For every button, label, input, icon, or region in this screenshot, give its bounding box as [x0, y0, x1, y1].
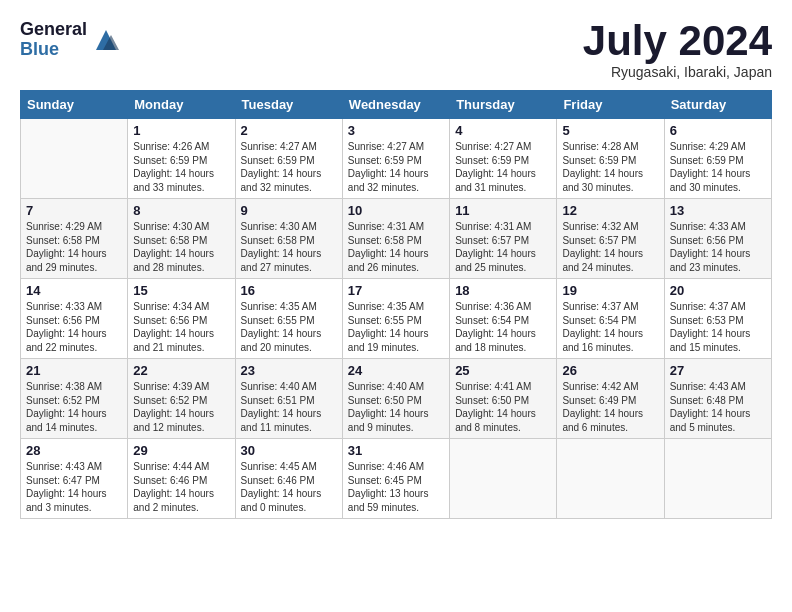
calendar-day-cell: 14Sunrise: 4:33 AM Sunset: 6:56 PM Dayli…	[21, 279, 128, 359]
day-number: 5	[562, 123, 658, 138]
day-number: 10	[348, 203, 444, 218]
day-info: Sunrise: 4:38 AM Sunset: 6:52 PM Dayligh…	[26, 380, 122, 434]
title-block: July 2024 Ryugasaki, Ibaraki, Japan	[583, 20, 772, 80]
calendar-day-cell: 23Sunrise: 4:40 AM Sunset: 6:51 PM Dayli…	[235, 359, 342, 439]
weekday-header: Monday	[128, 91, 235, 119]
day-number: 1	[133, 123, 229, 138]
day-info: Sunrise: 4:35 AM Sunset: 6:55 PM Dayligh…	[241, 300, 337, 354]
calendar-day-cell: 25Sunrise: 4:41 AM Sunset: 6:50 PM Dayli…	[450, 359, 557, 439]
calendar-day-cell: 13Sunrise: 4:33 AM Sunset: 6:56 PM Dayli…	[664, 199, 771, 279]
calendar-day-cell: 30Sunrise: 4:45 AM Sunset: 6:46 PM Dayli…	[235, 439, 342, 519]
day-info: Sunrise: 4:29 AM Sunset: 6:59 PM Dayligh…	[670, 140, 766, 194]
calendar-day-cell: 6Sunrise: 4:29 AM Sunset: 6:59 PM Daylig…	[664, 119, 771, 199]
day-number: 16	[241, 283, 337, 298]
location: Ryugasaki, Ibaraki, Japan	[583, 64, 772, 80]
day-info: Sunrise: 4:42 AM Sunset: 6:49 PM Dayligh…	[562, 380, 658, 434]
day-number: 6	[670, 123, 766, 138]
day-info: Sunrise: 4:43 AM Sunset: 6:47 PM Dayligh…	[26, 460, 122, 514]
day-info: Sunrise: 4:40 AM Sunset: 6:51 PM Dayligh…	[241, 380, 337, 434]
calendar-day-cell: 29Sunrise: 4:44 AM Sunset: 6:46 PM Dayli…	[128, 439, 235, 519]
calendar-day-cell: 16Sunrise: 4:35 AM Sunset: 6:55 PM Dayli…	[235, 279, 342, 359]
calendar-table: SundayMondayTuesdayWednesdayThursdayFrid…	[20, 90, 772, 519]
day-number: 22	[133, 363, 229, 378]
day-number: 17	[348, 283, 444, 298]
day-number: 19	[562, 283, 658, 298]
month-title: July 2024	[583, 20, 772, 62]
day-number: 29	[133, 443, 229, 458]
calendar-week-row: 21Sunrise: 4:38 AM Sunset: 6:52 PM Dayli…	[21, 359, 772, 439]
calendar-day-cell	[21, 119, 128, 199]
calendar-day-cell: 31Sunrise: 4:46 AM Sunset: 6:45 PM Dayli…	[342, 439, 449, 519]
day-info: Sunrise: 4:45 AM Sunset: 6:46 PM Dayligh…	[241, 460, 337, 514]
day-info: Sunrise: 4:31 AM Sunset: 6:58 PM Dayligh…	[348, 220, 444, 274]
day-info: Sunrise: 4:39 AM Sunset: 6:52 PM Dayligh…	[133, 380, 229, 434]
calendar-week-row: 7Sunrise: 4:29 AM Sunset: 6:58 PM Daylig…	[21, 199, 772, 279]
calendar-day-cell: 18Sunrise: 4:36 AM Sunset: 6:54 PM Dayli…	[450, 279, 557, 359]
calendar-day-cell: 9Sunrise: 4:30 AM Sunset: 6:58 PM Daylig…	[235, 199, 342, 279]
day-number: 31	[348, 443, 444, 458]
day-info: Sunrise: 4:34 AM Sunset: 6:56 PM Dayligh…	[133, 300, 229, 354]
calendar-day-cell: 17Sunrise: 4:35 AM Sunset: 6:55 PM Dayli…	[342, 279, 449, 359]
day-info: Sunrise: 4:40 AM Sunset: 6:50 PM Dayligh…	[348, 380, 444, 434]
calendar-day-cell: 26Sunrise: 4:42 AM Sunset: 6:49 PM Dayli…	[557, 359, 664, 439]
calendar-header-row: SundayMondayTuesdayWednesdayThursdayFrid…	[21, 91, 772, 119]
calendar-day-cell: 20Sunrise: 4:37 AM Sunset: 6:53 PM Dayli…	[664, 279, 771, 359]
day-info: Sunrise: 4:30 AM Sunset: 6:58 PM Dayligh…	[241, 220, 337, 274]
day-number: 26	[562, 363, 658, 378]
calendar-day-cell: 11Sunrise: 4:31 AM Sunset: 6:57 PM Dayli…	[450, 199, 557, 279]
calendar-day-cell: 3Sunrise: 4:27 AM Sunset: 6:59 PM Daylig…	[342, 119, 449, 199]
calendar-day-cell: 2Sunrise: 4:27 AM Sunset: 6:59 PM Daylig…	[235, 119, 342, 199]
day-info: Sunrise: 4:41 AM Sunset: 6:50 PM Dayligh…	[455, 380, 551, 434]
day-info: Sunrise: 4:31 AM Sunset: 6:57 PM Dayligh…	[455, 220, 551, 274]
calendar-day-cell: 8Sunrise: 4:30 AM Sunset: 6:58 PM Daylig…	[128, 199, 235, 279]
calendar-day-cell: 1Sunrise: 4:26 AM Sunset: 6:59 PM Daylig…	[128, 119, 235, 199]
calendar-day-cell: 27Sunrise: 4:43 AM Sunset: 6:48 PM Dayli…	[664, 359, 771, 439]
day-info: Sunrise: 4:35 AM Sunset: 6:55 PM Dayligh…	[348, 300, 444, 354]
calendar-day-cell: 24Sunrise: 4:40 AM Sunset: 6:50 PM Dayli…	[342, 359, 449, 439]
day-number: 11	[455, 203, 551, 218]
day-number: 2	[241, 123, 337, 138]
calendar-day-cell	[664, 439, 771, 519]
day-number: 13	[670, 203, 766, 218]
day-number: 12	[562, 203, 658, 218]
day-number: 24	[348, 363, 444, 378]
calendar-week-row: 1Sunrise: 4:26 AM Sunset: 6:59 PM Daylig…	[21, 119, 772, 199]
calendar-day-cell: 22Sunrise: 4:39 AM Sunset: 6:52 PM Dayli…	[128, 359, 235, 439]
day-number: 23	[241, 363, 337, 378]
day-info: Sunrise: 4:29 AM Sunset: 6:58 PM Dayligh…	[26, 220, 122, 274]
weekday-header: Thursday	[450, 91, 557, 119]
day-number: 20	[670, 283, 766, 298]
calendar-day-cell: 15Sunrise: 4:34 AM Sunset: 6:56 PM Dayli…	[128, 279, 235, 359]
day-info: Sunrise: 4:27 AM Sunset: 6:59 PM Dayligh…	[241, 140, 337, 194]
day-number: 8	[133, 203, 229, 218]
calendar-day-cell: 10Sunrise: 4:31 AM Sunset: 6:58 PM Dayli…	[342, 199, 449, 279]
day-number: 15	[133, 283, 229, 298]
weekday-header: Sunday	[21, 91, 128, 119]
logo-blue: Blue	[20, 40, 87, 60]
calendar-day-cell	[450, 439, 557, 519]
day-info: Sunrise: 4:27 AM Sunset: 6:59 PM Dayligh…	[348, 140, 444, 194]
weekday-header: Tuesday	[235, 91, 342, 119]
day-info: Sunrise: 4:30 AM Sunset: 6:58 PM Dayligh…	[133, 220, 229, 274]
day-number: 25	[455, 363, 551, 378]
day-number: 3	[348, 123, 444, 138]
day-info: Sunrise: 4:44 AM Sunset: 6:46 PM Dayligh…	[133, 460, 229, 514]
day-number: 4	[455, 123, 551, 138]
weekday-header: Saturday	[664, 91, 771, 119]
calendar-day-cell: 19Sunrise: 4:37 AM Sunset: 6:54 PM Dayli…	[557, 279, 664, 359]
calendar-week-row: 28Sunrise: 4:43 AM Sunset: 6:47 PM Dayli…	[21, 439, 772, 519]
day-info: Sunrise: 4:32 AM Sunset: 6:57 PM Dayligh…	[562, 220, 658, 274]
logo: General Blue	[20, 20, 121, 60]
day-number: 21	[26, 363, 122, 378]
logo-general: General	[20, 20, 87, 40]
calendar-day-cell: 12Sunrise: 4:32 AM Sunset: 6:57 PM Dayli…	[557, 199, 664, 279]
day-number: 7	[26, 203, 122, 218]
day-info: Sunrise: 4:37 AM Sunset: 6:53 PM Dayligh…	[670, 300, 766, 354]
day-info: Sunrise: 4:37 AM Sunset: 6:54 PM Dayligh…	[562, 300, 658, 354]
calendar-day-cell: 21Sunrise: 4:38 AM Sunset: 6:52 PM Dayli…	[21, 359, 128, 439]
day-number: 9	[241, 203, 337, 218]
day-info: Sunrise: 4:28 AM Sunset: 6:59 PM Dayligh…	[562, 140, 658, 194]
day-info: Sunrise: 4:33 AM Sunset: 6:56 PM Dayligh…	[670, 220, 766, 274]
day-info: Sunrise: 4:33 AM Sunset: 6:56 PM Dayligh…	[26, 300, 122, 354]
calendar-week-row: 14Sunrise: 4:33 AM Sunset: 6:56 PM Dayli…	[21, 279, 772, 359]
